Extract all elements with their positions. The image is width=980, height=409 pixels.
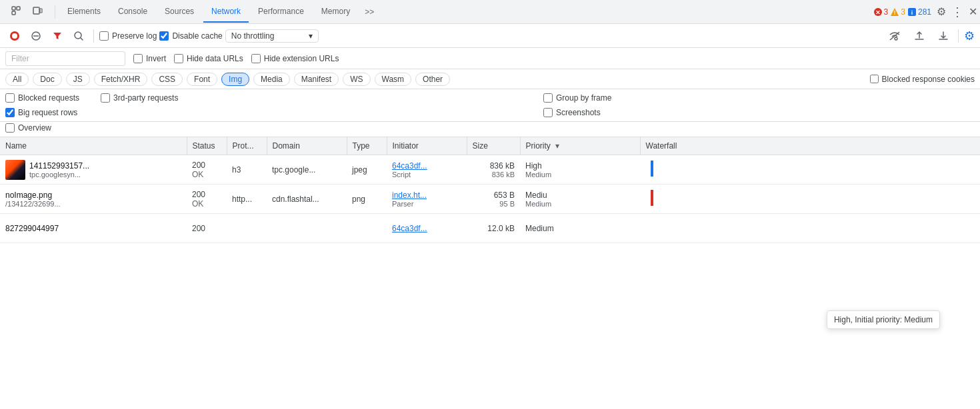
col-header-waterfall[interactable]: Waterfall xyxy=(640,137,980,155)
upload-icon[interactable] xyxy=(910,28,929,44)
type-filter-ws[interactable]: WS xyxy=(343,73,370,86)
download-icon[interactable] xyxy=(934,28,953,44)
error-badge-red: ✕ 3 xyxy=(873,7,889,17)
svg-rect-2 xyxy=(12,11,15,15)
type-filter-css[interactable]: CSS xyxy=(151,73,183,86)
tab-memory[interactable]: Memory xyxy=(313,1,358,23)
gear-icon[interactable]: ⚙ xyxy=(937,5,946,18)
type-filter-media[interactable]: Media xyxy=(253,73,290,86)
cell-status-2: 200 OK xyxy=(187,185,227,214)
big-rows-option[interactable]: Big request rows xyxy=(5,108,77,117)
type-filter-wasm[interactable]: Wasm xyxy=(375,73,412,86)
tab-more[interactable]: >> xyxy=(359,5,379,19)
wifi-icon[interactable] xyxy=(885,28,905,44)
tab-performance[interactable]: Performance xyxy=(250,1,312,23)
hide-data-urls-checkbox[interactable] xyxy=(174,54,183,63)
tab-network[interactable]: Network xyxy=(203,1,249,23)
cell-protocol-3 xyxy=(227,214,267,243)
col-header-initiator[interactable]: Initiator xyxy=(387,137,467,155)
svg-rect-1 xyxy=(17,7,20,10)
svg-point-11 xyxy=(12,33,17,39)
options-left: Blocked requests 3rd-party requests Big … xyxy=(5,93,437,117)
type-filter-all[interactable]: All xyxy=(5,73,29,86)
invert-checkbox[interactable] xyxy=(133,54,143,63)
col-header-protocol[interactable]: Prot... xyxy=(227,137,267,155)
cell-type-3 xyxy=(347,214,387,243)
option-big-rows: Big request rows xyxy=(5,108,437,117)
invert-option[interactable]: Invert xyxy=(133,54,166,63)
table-header-row: Name Status Prot... Domain Type Initiato… xyxy=(0,137,980,155)
group-by-frame-checkbox[interactable] xyxy=(543,93,553,103)
thumbnail-1 xyxy=(5,160,25,180)
col-header-name[interactable]: Name xyxy=(0,137,187,155)
hide-extension-urls-option[interactable]: Hide extension URLs xyxy=(251,54,339,63)
cell-status-1: 200 OK xyxy=(187,155,227,185)
tab-elements[interactable]: Elements xyxy=(59,1,109,23)
waterfall-bar-2 xyxy=(651,190,653,206)
preserve-log-checkbox[interactable] xyxy=(99,31,109,41)
type-filter-manifest[interactable]: Manifest xyxy=(294,73,339,86)
type-filter-fetch[interactable]: Fetch/XHR xyxy=(94,73,148,86)
cell-priority-3: Medium xyxy=(520,214,640,243)
tab-divider xyxy=(55,5,55,19)
col-header-status[interactable]: Status xyxy=(187,137,227,155)
cursor-icon[interactable] xyxy=(8,3,24,21)
hide-data-urls-option[interactable]: Hide data URLs xyxy=(174,54,243,63)
disable-cache-option[interactable]: Disable cache xyxy=(159,31,222,41)
cell-type-1: jpeg xyxy=(347,155,387,185)
big-rows-checkbox[interactable] xyxy=(5,108,15,117)
blocked-requests-checkbox[interactable] xyxy=(5,93,15,103)
screenshots-checkbox[interactable] xyxy=(543,108,553,117)
screenshots-option[interactable]: Screenshots xyxy=(543,108,601,117)
tab-console[interactable]: Console xyxy=(110,1,155,23)
type-filter-right: Blocked response cookies xyxy=(870,75,975,84)
cell-protocol-2: http... xyxy=(227,185,267,214)
third-party-option[interactable]: 3rd-party requests xyxy=(101,93,178,103)
table-row[interactable]: 141152993157... tpc.googlesyn... 200 OK … xyxy=(0,155,980,185)
stop-recording-button[interactable] xyxy=(5,28,24,44)
col-header-priority[interactable]: Priority ▾ xyxy=(520,137,640,155)
col-header-domain[interactable]: Domain xyxy=(267,137,347,155)
more-menu-icon[interactable]: ⋮ xyxy=(951,5,963,19)
hide-extension-urls-checkbox[interactable] xyxy=(251,54,261,63)
blocked-requests-option[interactable]: Blocked requests xyxy=(5,93,79,103)
clear-button[interactable] xyxy=(27,28,45,44)
type-filter-js[interactable]: JS xyxy=(66,73,90,86)
table-row[interactable]: noImage.png /134122/32699... 200 OK http… xyxy=(0,185,980,214)
error-badge-blue: i 281 xyxy=(907,7,931,17)
disable-cache-checkbox[interactable] xyxy=(159,31,169,41)
type-filter-font[interactable]: Font xyxy=(187,73,217,86)
search-icon[interactable] xyxy=(69,28,88,44)
overview-option[interactable]: Overview xyxy=(5,123,51,133)
cell-domain-3 xyxy=(267,214,347,243)
svg-text:i: i xyxy=(911,9,913,16)
svg-line-15 xyxy=(81,38,83,40)
network-settings-icon[interactable]: ⚙ xyxy=(964,29,975,43)
tab-bar: Elements Console Sources Network Perform… xyxy=(0,0,980,24)
close-icon[interactable]: ✕ xyxy=(969,5,977,18)
filter-icon[interactable] xyxy=(48,28,67,44)
table-row[interactable]: 827299044997 200 64ca3df... 12.0 kB xyxy=(0,214,980,243)
options-right: Group by frame Screenshots xyxy=(437,93,975,117)
throttle-selector[interactable]: No throttling ▾ xyxy=(225,29,319,43)
blocked-cookies-checkbox[interactable] xyxy=(870,75,879,83)
device-icon[interactable] xyxy=(29,3,45,21)
preserve-log-option[interactable]: Preserve log xyxy=(99,31,157,41)
network-table-container[interactable]: Name Status Prot... Domain Type Initiato… xyxy=(0,137,980,409)
option-group-frame: Group by frame xyxy=(543,93,975,103)
col-header-size[interactable]: Size xyxy=(467,137,520,155)
col-header-type[interactable]: Type xyxy=(347,137,387,155)
overview-checkbox[interactable] xyxy=(5,123,15,133)
third-party-checkbox[interactable] xyxy=(101,93,110,103)
type-filter-other[interactable]: Other xyxy=(415,73,450,86)
svg-text:✕: ✕ xyxy=(875,9,881,16)
cell-status-3: 200 xyxy=(187,214,227,243)
cell-size-3: 12.0 kB xyxy=(467,214,520,243)
network-table: Name Status Prot... Domain Type Initiato… xyxy=(0,137,980,243)
filter-input[interactable] xyxy=(5,51,125,66)
tab-sources[interactable]: Sources xyxy=(157,1,202,23)
type-filter-img[interactable]: Img xyxy=(221,73,249,86)
type-filter-doc[interactable]: Doc xyxy=(33,73,61,86)
group-by-frame-option[interactable]: Group by frame xyxy=(543,93,611,103)
blocked-cookies-option[interactable]: Blocked response cookies xyxy=(870,75,975,84)
